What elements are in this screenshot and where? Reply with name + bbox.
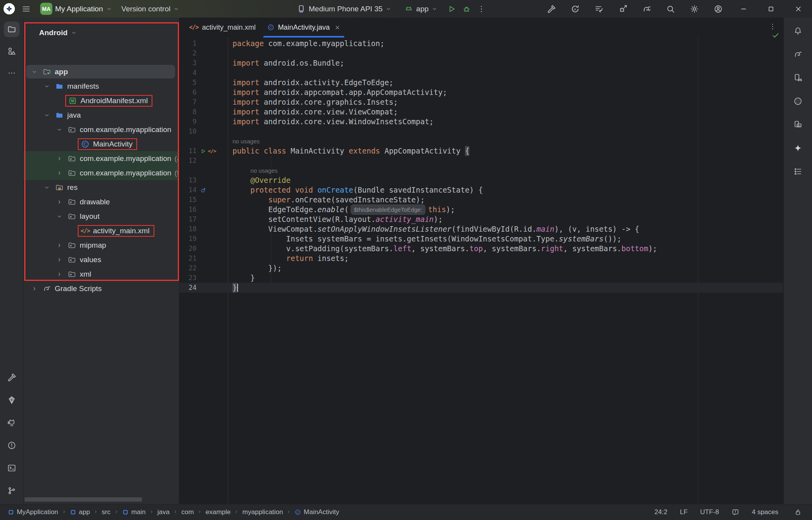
code-line[interactable]: 12: [179, 156, 783, 166]
main-menu-button[interactable]: [19, 2, 34, 16]
tool-window-project-button[interactable]: [4, 21, 20, 37]
tree-expand-toggle[interactable]: [55, 155, 64, 162]
tree-item[interactable]: com.example.myapplication (androidTest): [23, 151, 179, 166]
code-line[interactable]: 8import androidx.core.view.ViewCompat;: [179, 107, 783, 117]
tree-item[interactable]: values: [23, 252, 179, 267]
tool-window-app-inspection-button[interactable]: [790, 93, 806, 109]
code-line[interactable]: 2: [179, 48, 783, 58]
tool-window-notifications-button[interactable]: [790, 23, 806, 39]
run-button[interactable]: [444, 2, 459, 16]
tree-item[interactable]: </>activity_main.xml: [23, 223, 179, 238]
tool-window-terminal-button[interactable]: [4, 460, 20, 476]
search-everywhere-button[interactable]: [658, 0, 682, 18]
tool-window-build-button[interactable]: [4, 370, 20, 385]
code-line[interactable]: 22 });: [179, 263, 783, 273]
tree-expand-toggle[interactable]: [55, 127, 64, 133]
attach-debugger-button[interactable]: [611, 0, 635, 18]
breadcrumb-item[interactable]: com: [181, 508, 194, 516]
code-line[interactable]: 23 }: [179, 273, 783, 283]
gradle-sync-button[interactable]: [635, 0, 658, 18]
tree-expand-toggle[interactable]: [55, 257, 64, 263]
code-line[interactable]: 17 setContentView(R.layout.activity_main…: [179, 214, 783, 224]
window-maximize-button[interactable]: [757, 0, 785, 18]
code-sync-button[interactable]: A: [563, 0, 587, 18]
code-line[interactable]: 20 v.setPadding(systemBars.left, systemB…: [179, 244, 783, 254]
project-widget[interactable]: MA My Application: [38, 2, 115, 16]
readonly-lock-widget[interactable]: [794, 508, 802, 516]
code-line[interactable]: 21 return insets;: [179, 254, 783, 263]
breadcrumb-item[interactable]: CMainActivity: [295, 508, 339, 516]
breadcrumb-item[interactable]: src: [102, 508, 111, 516]
xml-file-icon[interactable]: </>: [208, 146, 216, 156]
tree-expand-toggle[interactable]: [55, 170, 64, 176]
tree-item[interactable]: java: [23, 108, 179, 122]
project-view-selector[interactable]: Android: [23, 18, 179, 37]
tool-window-device-manager-button[interactable]: [790, 70, 806, 86]
breadcrumb-item[interactable]: app: [70, 508, 90, 516]
gutter-override-icon[interactable]: [200, 187, 206, 193]
tree-item[interactable]: manifests: [23, 79, 179, 93]
window-close-button[interactable]: [785, 0, 812, 18]
build-button[interactable]: [539, 0, 563, 18]
tree-expand-toggle[interactable]: [30, 286, 39, 292]
tab-close-icon[interactable]: [334, 25, 340, 30]
code-line[interactable]: 10: [179, 127, 783, 136]
tool-window-resource-manager-button[interactable]: [4, 43, 20, 59]
inspection-status-widget[interactable]: [771, 31, 780, 41]
code-line[interactable]: 11</>public class MainActivity extends A…: [179, 146, 783, 156]
tree-item[interactable]: app: [23, 64, 179, 79]
tree-item[interactable]: com.example.myapplication (test): [23, 166, 179, 180]
tree-item[interactable]: mipmap: [23, 238, 179, 252]
run-configuration[interactable]: app: [401, 2, 440, 16]
tree-expand-toggle[interactable]: [42, 112, 52, 118]
tree-item[interactable]: layout: [23, 209, 179, 223]
background-tasks-button[interactable]: [587, 0, 611, 18]
editor-tab[interactable]: CMainActivity.java: [261, 18, 346, 37]
breadcrumb-item[interactable]: myapplication: [242, 508, 283, 516]
tool-window-running-devices-button[interactable]: [790, 117, 806, 132]
tree-item[interactable]: drawable: [23, 195, 179, 209]
encoding-widget[interactable]: UTF-8: [700, 508, 719, 516]
tree-item[interactable]: res: [23, 180, 179, 195]
code-line[interactable]: 6import androidx.appcompat.app.AppCompat…: [179, 88, 783, 97]
tool-window-more-tool-windows-button[interactable]: [4, 65, 20, 81]
editor-tab[interactable]: </>activity_main.xml: [183, 18, 261, 37]
breadcrumb-item[interactable]: java: [157, 508, 170, 516]
window-minimize-button[interactable]: [730, 0, 757, 18]
project-horizontal-scrollbar[interactable]: [25, 497, 142, 502]
tool-window-gradle-button[interactable]: [790, 46, 806, 62]
tree-item[interactable]: CMainActivity: [23, 137, 179, 151]
code-line[interactable]: 24}: [179, 283, 783, 293]
tree-expand-toggle[interactable]: [55, 199, 64, 205]
tree-item[interactable]: xml: [23, 267, 179, 281]
highlight-level-widget[interactable]: [732, 508, 739, 516]
settings-button[interactable]: [682, 0, 706, 18]
code-line[interactable]: 9import androidx.core.view.WindowInsetsC…: [179, 117, 783, 127]
tool-window-gemini-button[interactable]: [790, 140, 806, 156]
code-line[interactable]: 7import androidx.core.graphics.Insets;: [179, 97, 783, 107]
tree-item[interactable]: com.example.myapplication: [23, 122, 179, 137]
gutter-run-icon[interactable]: [200, 148, 206, 154]
tool-window-structure-button[interactable]: [790, 164, 806, 179]
code-line[interactable]: 3import android.os.Bundle;: [179, 58, 783, 68]
code-line[interactable]: 16 EdgeToEdge.enable($this$enableEdgeToE…: [179, 205, 783, 214]
tree-expand-toggle[interactable]: [42, 83, 52, 89]
vcs-widget[interactable]: Version control: [119, 2, 182, 16]
tree-item[interactable]: Gradle Scripts: [23, 281, 179, 296]
code-line[interactable]: 4: [179, 68, 783, 78]
breadcrumb-item[interactable]: MyApplication: [8, 508, 58, 516]
tool-window-problems-button[interactable]: [4, 438, 20, 453]
debug-button[interactable]: [459, 2, 474, 16]
line-separator-widget[interactable]: LF: [680, 508, 688, 516]
code-editor[interactable]: 1package com.example.myapplication;23imp…: [179, 37, 783, 504]
code-line[interactable]: 19 Insets systemBars = insets.getInsets(…: [179, 234, 783, 244]
indent-style-widget[interactable]: 4 spaces: [752, 508, 778, 516]
usages-inlay-hint[interactable]: no usages: [233, 136, 259, 146]
tree-expand-toggle[interactable]: [42, 184, 52, 191]
breadcrumb-item[interactable]: main: [122, 508, 146, 516]
code-line[interactable]: 1package com.example.myapplication;: [179, 39, 783, 48]
tree-expand-toggle[interactable]: [30, 69, 39, 75]
caret-position-widget[interactable]: 24:2: [655, 508, 667, 516]
more-run-actions-button[interactable]: [474, 2, 489, 16]
device-selector[interactable]: Medium Phone API 35: [294, 2, 394, 16]
